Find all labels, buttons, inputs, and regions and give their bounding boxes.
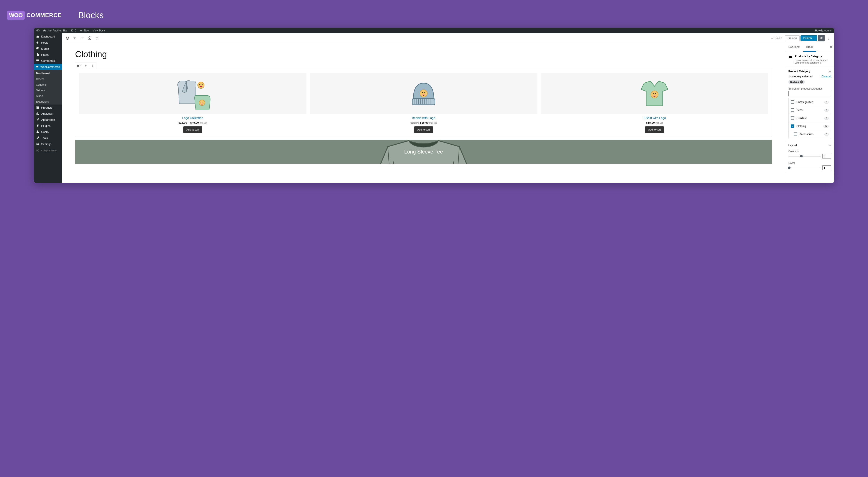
howdy-user[interactable]: Howdy, Admin xyxy=(815,29,832,30)
view-posts-link[interactable]: View Posts xyxy=(93,29,105,30)
wp-admin-window: Just Another Site 0 New View Posts Howdy… xyxy=(34,28,834,30)
promo-title: Blocks xyxy=(78,10,104,20)
site-link[interactable]: Just Another Site xyxy=(43,29,67,30)
promo-header: WOO COMMERCE Blocks xyxy=(0,0,868,30)
new-link[interactable]: New xyxy=(80,29,89,30)
adminbar: Just Another Site 0 New View Posts Howdy… xyxy=(34,28,834,30)
woocommerce-logo: WOO COMMERCE xyxy=(7,11,62,20)
wp-logo-icon[interactable] xyxy=(36,29,39,30)
updates-link[interactable]: 0 xyxy=(70,29,76,30)
